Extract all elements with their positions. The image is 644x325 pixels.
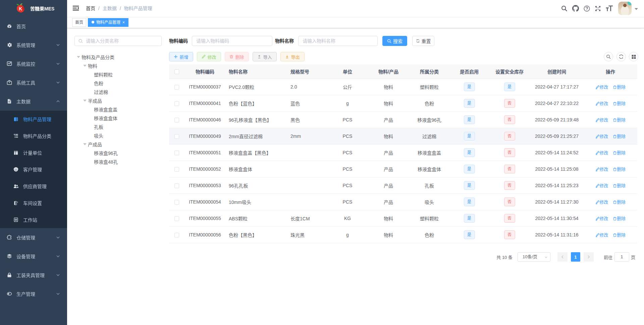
svg-text:K: K	[19, 6, 22, 11]
